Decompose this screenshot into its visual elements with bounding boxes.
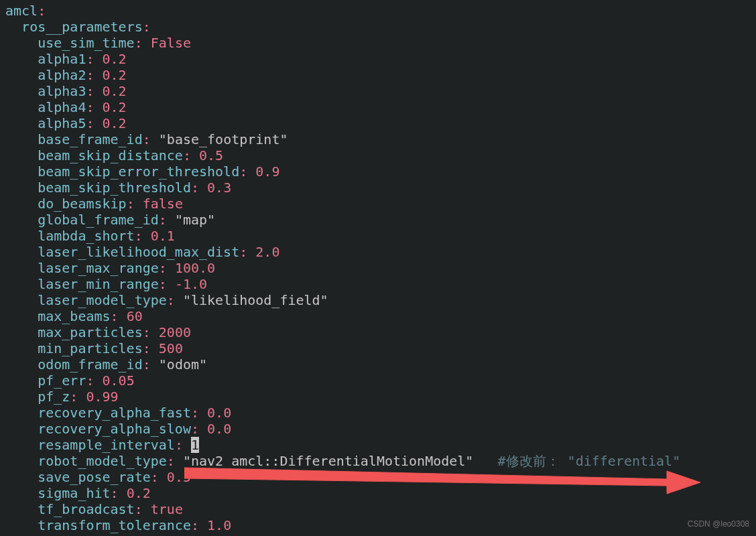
yaml-code-block: amcl: ros__parameters: use_sim_time: Fal… <box>0 0 756 533</box>
watermark-text: CSDN @leo0308 <box>688 516 749 532</box>
